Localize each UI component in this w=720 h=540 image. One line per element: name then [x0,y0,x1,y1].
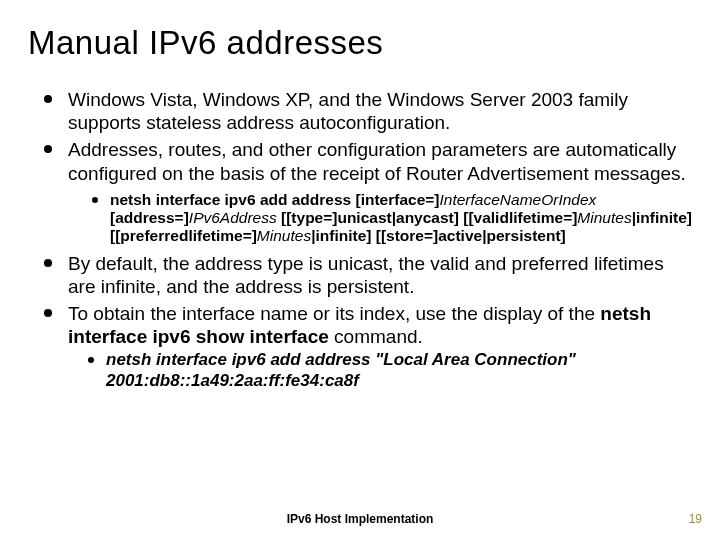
bullet-text-pre: To obtain the interface name or its inde… [68,303,600,324]
bullet-item: Addresses, routes, and other configurati… [40,138,692,245]
bullet-item: Windows Vista, Windows XP, and the Windo… [40,88,692,134]
example-list: netsh interface ipv6 add address "Local … [68,350,692,391]
slide: Manual IPv6 addresses Windows Vista, Win… [0,0,720,540]
bullet-text: Addresses, routes, and other configurati… [68,139,686,183]
bullet-text: Windows Vista, Windows XP, and the Windo… [68,89,628,133]
cmd-part: [[type=]unicast|anycast] [[validlifetime… [277,209,578,226]
bullet-list: Windows Vista, Windows XP, and the Windo… [28,88,692,391]
bullet-text-post: command. [329,326,423,347]
cmd-part: netsh interface ipv6 add address [110,191,356,208]
bullet-item: By default, the address type is unicast,… [40,252,692,298]
page-number: 19 [689,512,702,526]
footer-text: IPv6 Host Implementation [0,512,720,526]
cmd-arg: InterfaceNameOrIndex [440,191,597,208]
slide-title: Manual IPv6 addresses [28,24,692,62]
command-syntax: netsh interface ipv6 add address [interf… [90,191,692,246]
example-command: netsh interface ipv6 add address "Local … [106,350,576,389]
bullet-item: To obtain the interface name or its inde… [40,302,692,391]
cmd-part: |infinite] [[store=]active|persistent] [311,227,566,244]
cmd-part: [interface=] [356,191,440,208]
cmd-arg: Minutes [257,227,311,244]
sub-bullet-list: netsh interface ipv6 add address [interf… [68,191,692,246]
example-item: netsh interface ipv6 add address "Local … [86,350,692,391]
cmd-arg: Minutes [577,209,631,226]
bullet-text: By default, the address type is unicast,… [68,253,664,297]
cmd-part: [address=] [110,209,189,226]
cmd-arg: IPv6Address [189,209,277,226]
